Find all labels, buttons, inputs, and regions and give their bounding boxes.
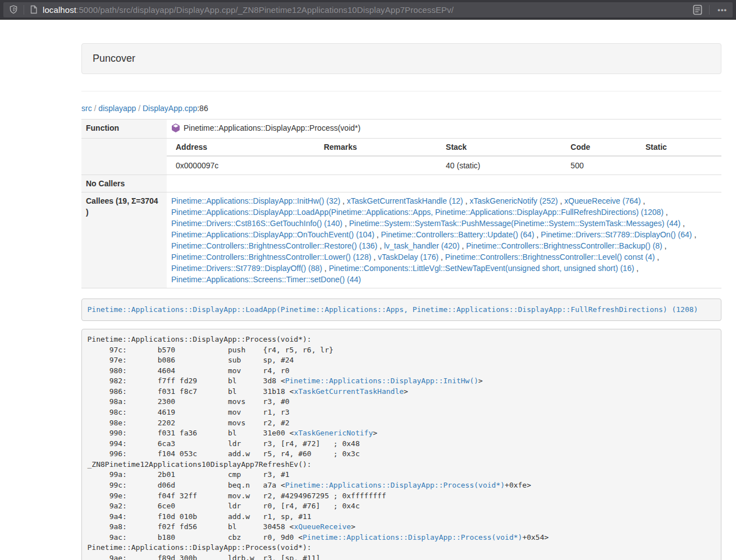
no-callers-row: No Callers [81, 175, 721, 192]
browser-toolbar: localhost:5000/path/src/displayapp/Displ… [0, 0, 736, 20]
assembly-listing: Pinetime::Applications::DisplayApp::Proc… [81, 329, 721, 560]
callee-link[interactable]: Pinetime::Drivers::Cst816S::GetTouchInfo… [171, 219, 342, 228]
asm-symbol-link[interactable]: xTaskGenericNotify [294, 429, 373, 437]
symbol-package-icon [171, 123, 180, 135]
asm-symbol-link[interactable]: xQueueReceive [294, 522, 351, 531]
callee-link[interactable]: Pinetime::Drivers::St7789::DisplayOn() (… [541, 230, 692, 239]
shield-icon[interactable] [9, 5, 18, 14]
page-icon [30, 5, 38, 14]
url-path: :5000/path/src/displayapp/DisplayApp.cpp… [76, 5, 454, 15]
page-actions-icon[interactable]: ••• [717, 6, 727, 14]
callee-link[interactable]: Pinetime::Applications::DisplayApp::Load… [171, 208, 664, 217]
callees-list: Pinetime::Applications::DisplayApp::Init… [167, 192, 721, 288]
callee-link[interactable]: Pinetime::Controllers::BrightnessControl… [171, 241, 377, 250]
app-header: Puncover [81, 43, 721, 74]
static-value [641, 156, 721, 175]
callee-link[interactable]: Pinetime::Controllers::BrightnessControl… [445, 253, 655, 261]
function-row: Function Pinetime::Applications::Display… [81, 120, 721, 139]
highlighted-call-line: Pinetime::Applications::DisplayApp::Load… [81, 299, 721, 321]
url-text[interactable]: localhost:5000/path/src/displayapp/Displ… [43, 5, 693, 15]
callee-link[interactable]: Pinetime::System::SystemTask::PushMessag… [349, 219, 681, 228]
function-table: Function Pinetime::Applications::Display… [81, 119, 721, 288]
callee-link[interactable]: Pinetime::Controllers::Battery::Update()… [381, 230, 534, 239]
breadcrumb-link[interactable]: displayapp [98, 104, 136, 113]
callee-link[interactable]: Pinetime::Controllers::BrightnessControl… [466, 241, 662, 250]
no-callers-label: No Callers [81, 175, 167, 192]
callee-link[interactable]: lv_task_handler (420) [384, 241, 460, 250]
callee-link[interactable]: Pinetime::Drivers::St7789::DisplayOff() … [171, 264, 322, 273]
url-bar[interactable]: localhost:5000/path/src/displayapp/Displ… [3, 2, 733, 17]
asm-symbol-link[interactable]: Pinetime::Applications::DisplayApp::Proc… [303, 533, 522, 541]
identity-divider [24, 5, 24, 15]
callee-link[interactable]: Pinetime::Controllers::BrightnessControl… [171, 253, 371, 261]
content-divider [81, 91, 721, 91]
function-details-table: Address Remarks Stack Code Static 0x0000… [167, 139, 721, 175]
breadcrumb: src / displayapp / DisplayApp.cpp:86 [81, 103, 721, 114]
reader-mode-icon[interactable] [693, 4, 702, 15]
col-code: Code [566, 139, 641, 156]
col-static: Static [641, 139, 721, 156]
function-name: Pinetime::Applications::DisplayApp::Proc… [184, 123, 360, 132]
address-value: 0x0000097c [167, 156, 319, 175]
details-header-row: Address Remarks Stack Code Static [167, 139, 721, 156]
callee-link[interactable]: Pinetime::Applications::DisplayApp::OnTo… [171, 230, 374, 239]
callee-link[interactable]: xTaskGetCurrentTaskHandle (12) [347, 196, 463, 205]
callee-link[interactable]: Pinetime::Components::LittleVgl::SetNewT… [329, 264, 634, 273]
callee-link[interactable]: vTaskDelay (176) [378, 253, 438, 261]
asm-symbol-link[interactable]: Pinetime::Applications::DisplayApp::Init… [285, 377, 478, 385]
callee-link[interactable]: xTaskGenericNotify (252) [469, 196, 557, 205]
breadcrumb-separator: / [136, 104, 143, 113]
col-stack: Stack [441, 139, 566, 156]
highlighted-callee-link[interactable]: Pinetime::Applications::DisplayApp::Load… [88, 305, 698, 314]
callee-link[interactable]: Pinetime::Applications::DisplayApp::Init… [171, 196, 340, 205]
function-details-row: Address Remarks Stack Code Static 0x0000… [81, 139, 721, 175]
col-remarks: Remarks [319, 139, 441, 156]
remarks-value [319, 156, 441, 175]
function-label: Function [81, 120, 167, 139]
asm-symbol-link[interactable]: xTaskGetCurrentTaskHandle [294, 387, 404, 396]
breadcrumb-separator: / [92, 104, 99, 113]
app-title[interactable]: Puncover [93, 53, 135, 64]
page-content: Puncover src / displayapp / DisplayApp.c… [81, 20, 721, 560]
stack-value: 40 (static) [441, 156, 566, 175]
breadcrumb-link[interactable]: DisplayApp.cpp [143, 104, 197, 113]
callees-label: Callees (19, Σ=3704 ) [81, 192, 167, 288]
callee-link[interactable]: Pinetime::Applications::Screens::Timer::… [171, 275, 361, 284]
callee-link[interactable]: xQueueReceive (764) [564, 196, 641, 205]
breadcrumb-line-number: :86 [197, 104, 208, 113]
asm-symbol-link[interactable]: Pinetime::Applications::DisplayApp::Proc… [285, 481, 505, 489]
details-data-row: 0x0000097c 40 (static) 500 [167, 156, 721, 175]
url-host: localhost [43, 5, 76, 15]
code-value: 500 [566, 156, 641, 175]
breadcrumb-link[interactable]: src [81, 104, 92, 113]
urlbar-divider [709, 5, 710, 15]
col-address: Address [167, 139, 319, 156]
callees-row: Callees (19, Σ=3704 ) Pinetime::Applicat… [81, 192, 721, 288]
